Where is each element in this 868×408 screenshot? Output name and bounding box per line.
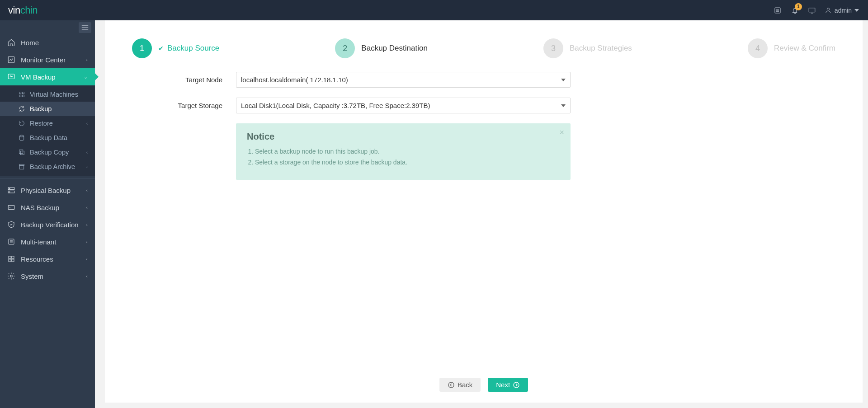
step-backup-source[interactable]: 1 ✔ Backup Source [132, 38, 219, 58]
list-icon [7, 238, 15, 246]
svg-point-17 [9, 192, 10, 192]
step-backup-strategies: 3 Backup Strategies [543, 38, 632, 58]
notice-title: Notice [247, 131, 560, 142]
close-icon[interactable]: × [559, 128, 564, 137]
sidebar: Home Monitor Center ‹ VM Backup ⌄ Virtua… [0, 20, 95, 408]
subnav-backup-data[interactable]: Backup Data [0, 131, 95, 145]
sidebar-item-resources[interactable]: Resources ‹ [0, 250, 95, 267]
back-button[interactable]: Back [439, 378, 481, 392]
subnav-label: Backup [30, 105, 52, 113]
step-number: 1 [132, 38, 152, 58]
content-panel: 1 ✔ Backup Source 2 Backup Destination 3… [105, 20, 863, 403]
arrow-right-circle-icon [513, 381, 520, 389]
notice-item: Select a storage on the node to store th… [255, 157, 560, 168]
sidebar-item-backup-verification[interactable]: Backup Verification ‹ [0, 216, 95, 233]
footer-bar: Back Next [105, 370, 863, 403]
copy-icon [18, 149, 25, 156]
chart-icon [7, 56, 15, 64]
vm-icon [7, 73, 15, 81]
check-icon: ✔ [158, 45, 164, 52]
svg-rect-7 [19, 95, 21, 97]
topbar: vinchin 1 admin [0, 0, 868, 20]
sidebar-item-vm-backup[interactable]: VM Backup ⌄ [0, 68, 95, 85]
sidebar-item-system[interactable]: System ‹ [0, 267, 95, 285]
chevron-left-icon: ‹ [86, 256, 88, 262]
chevron-down-icon: ⌄ [84, 74, 88, 80]
nas-icon [7, 203, 15, 211]
notice-list: Select a backup node to run this backup … [247, 146, 560, 168]
step-number: 3 [543, 38, 563, 58]
target-node-label: Target Node [132, 76, 236, 84]
squares-icon [7, 255, 15, 263]
svg-rect-1 [809, 8, 815, 12]
chevron-left-icon: ‹ [86, 273, 88, 279]
sidebar-item-label: Monitor Center [21, 56, 66, 64]
sidebar-toggle-button[interactable] [79, 22, 91, 33]
svg-point-26 [514, 382, 519, 388]
user-label: admin [835, 7, 852, 14]
gear-icon [7, 272, 15, 280]
subnav-restore[interactable]: Restore ‹ [0, 116, 95, 131]
svg-rect-11 [19, 150, 23, 154]
step-number: 2 [335, 38, 355, 58]
sidebar-item-label: Multi-tenant [21, 238, 56, 246]
target-node-select[interactable]: localhost.localdomain( 172.18.1.10) [236, 72, 571, 88]
target-storage-label: Target Storage [132, 102, 236, 109]
step-number: 4 [748, 38, 768, 58]
sidebar-item-label: Resources [21, 255, 53, 263]
chevron-left-icon: ‹ [86, 121, 88, 126]
brand-logo: vinchin [0, 5, 38, 16]
sidebar-item-label: NAS Backup [21, 204, 59, 211]
svg-rect-10 [20, 151, 24, 155]
subnav-vm-backup: Virtual Machines Backup Restore ‹ Backup… [0, 85, 95, 176]
svg-rect-5 [19, 92, 21, 94]
server-icon [7, 186, 15, 194]
database-icon [18, 134, 25, 141]
svg-rect-22 [9, 259, 11, 262]
subnav-label: Backup Data [30, 134, 67, 141]
target-storage-select[interactable]: Local Disk1(Local Disk, Capacity :3.72TB… [236, 98, 571, 113]
step-label: Backup Strategies [570, 44, 632, 53]
svg-point-25 [448, 382, 454, 388]
svg-point-2 [827, 8, 829, 10]
notice-item: Select a backup node to run this backup … [255, 146, 560, 157]
chevron-left-icon: ‹ [86, 164, 88, 169]
sidebar-item-label: System [21, 272, 43, 280]
user-menu[interactable]: admin [825, 7, 859, 14]
chevron-left-icon: ‹ [86, 150, 88, 155]
monitor-icon[interactable] [807, 6, 816, 15]
subnav-label: Restore [30, 120, 53, 127]
sidebar-item-label: Home [21, 39, 39, 47]
subnav-backup[interactable]: Backup [0, 102, 95, 116]
sidebar-item-nas-backup[interactable]: NAS Backup ‹ [0, 199, 95, 216]
wizard-steps: 1 ✔ Backup Source 2 Backup Destination 3… [105, 20, 863, 67]
brand-vin: vin [8, 5, 20, 16]
back-label: Back [458, 381, 472, 389]
list-icon[interactable] [773, 6, 782, 15]
svg-rect-20 [9, 256, 11, 258]
sidebar-item-multi-tenant[interactable]: Multi-tenant ‹ [0, 233, 95, 250]
notice-panel: × Notice Select a backup node to run thi… [236, 123, 571, 180]
sidebar-item-home[interactable]: Home [0, 34, 95, 51]
chevron-down-icon [854, 8, 859, 13]
svg-rect-23 [12, 259, 14, 262]
subnav-backup-copy[interactable]: Backup Copy ‹ [0, 145, 95, 159]
subnav-virtual-machines[interactable]: Virtual Machines [0, 87, 95, 102]
arrow-left-circle-icon [448, 381, 455, 389]
next-button[interactable]: Next [488, 378, 528, 392]
bell-icon[interactable]: 1 [790, 6, 799, 15]
shield-check-icon [7, 220, 15, 229]
svg-point-16 [9, 188, 10, 189]
step-backup-destination: 2 Backup Destination [335, 38, 427, 58]
chevron-left-icon: ‹ [86, 57, 88, 62]
chevron-left-icon: ‹ [86, 239, 88, 244]
svg-rect-6 [22, 92, 24, 94]
subnav-backup-archive[interactable]: Backup Archive ‹ [0, 159, 95, 174]
step-label: Backup Source [167, 44, 219, 53]
svg-point-9 [19, 135, 24, 137]
svg-rect-13 [19, 165, 24, 169]
sidebar-item-physical-backup[interactable]: Physical Backup ‹ [0, 182, 95, 199]
sidebar-item-monitor-center[interactable]: Monitor Center ‹ [0, 51, 95, 68]
step-label: Backup Destination [361, 44, 427, 53]
step-review-confirm: 4 Review & Confirm [748, 38, 835, 58]
